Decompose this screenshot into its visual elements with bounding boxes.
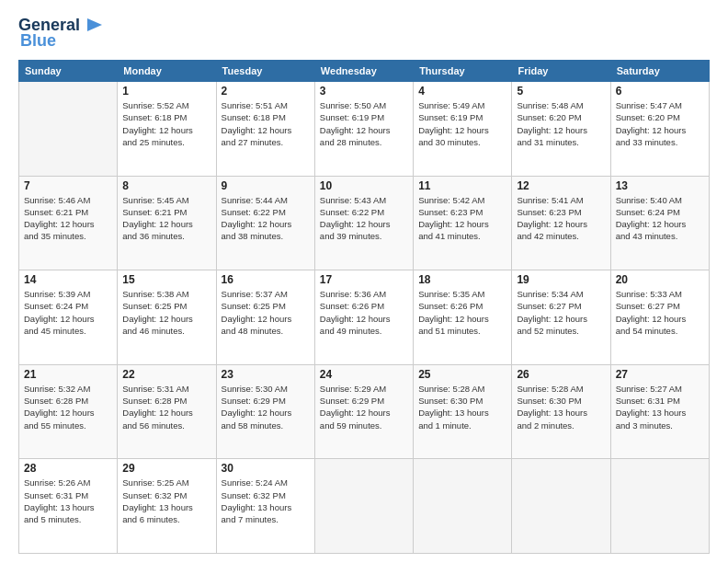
- day-info: Sunrise: 5:37 AMSunset: 6:25 PMDaylight:…: [222, 288, 310, 337]
- calendar-table: SundayMondayTuesdayWednesdayThursdayFrid…: [18, 60, 710, 554]
- weekday-header: Wednesday: [314, 61, 413, 82]
- day-number: 9: [222, 179, 310, 192]
- calendar-cell: 22Sunrise: 5:31 AMSunset: 6:28 PMDayligh…: [118, 364, 216, 459]
- day-number: 25: [418, 368, 506, 381]
- day-number: 5: [517, 85, 605, 98]
- calendar-cell: 14Sunrise: 5:39 AMSunset: 6:24 PMDayligh…: [19, 270, 118, 365]
- svg-marker-0: [87, 18, 102, 31]
- calendar-cell: 28Sunrise: 5:26 AMSunset: 6:31 PMDayligh…: [19, 459, 118, 554]
- calendar-cell: 18Sunrise: 5:35 AMSunset: 6:26 PMDayligh…: [414, 270, 512, 365]
- day-info: Sunrise: 5:49 AMSunset: 6:19 PMDaylight:…: [418, 99, 506, 148]
- calendar-cell: 21Sunrise: 5:32 AMSunset: 6:28 PMDayligh…: [19, 364, 118, 459]
- calendar-cell: 20Sunrise: 5:33 AMSunset: 6:27 PMDayligh…: [610, 270, 709, 365]
- weekday-header: Thursday: [414, 61, 512, 82]
- day-info: Sunrise: 5:28 AMSunset: 6:30 PMDaylight:…: [517, 383, 605, 431]
- calendar-cell: 6Sunrise: 5:47 AMSunset: 6:20 PMDaylight…: [610, 82, 709, 177]
- day-number: 7: [24, 179, 112, 192]
- day-info: Sunrise: 5:30 AMSunset: 6:29 PMDaylight:…: [222, 383, 310, 431]
- calendar-cell: [610, 459, 709, 554]
- day-info: Sunrise: 5:25 AMSunset: 6:32 PMDaylight:…: [122, 477, 210, 525]
- calendar-cell: 10Sunrise: 5:43 AMSunset: 6:22 PMDayligh…: [314, 176, 413, 270]
- day-info: Sunrise: 5:36 AMSunset: 6:26 PMDaylight:…: [320, 288, 408, 337]
- calendar-cell: 13Sunrise: 5:40 AMSunset: 6:24 PMDayligh…: [610, 176, 709, 270]
- calendar-cell: 7Sunrise: 5:46 AMSunset: 6:21 PMDaylight…: [19, 176, 118, 270]
- day-info: Sunrise: 5:29 AMSunset: 6:29 PMDaylight:…: [320, 383, 408, 431]
- calendar-cell: 2Sunrise: 5:51 AMSunset: 6:18 PMDaylight…: [216, 82, 314, 177]
- day-number: 14: [24, 273, 112, 286]
- day-number: 29: [122, 462, 210, 475]
- weekday-header: Friday: [512, 61, 610, 82]
- day-number: 30: [222, 462, 310, 475]
- day-info: Sunrise: 5:51 AMSunset: 6:18 PMDaylight:…: [222, 99, 310, 148]
- day-number: 26: [517, 368, 605, 381]
- day-info: Sunrise: 5:24 AMSunset: 6:32 PMDaylight:…: [222, 477, 310, 525]
- day-info: Sunrise: 5:38 AMSunset: 6:25 PMDaylight:…: [122, 288, 210, 337]
- day-number: 23: [222, 368, 310, 381]
- calendar-cell: 29Sunrise: 5:25 AMSunset: 6:32 PMDayligh…: [118, 459, 216, 554]
- weekday-header: Sunday: [19, 61, 118, 82]
- day-number: 22: [122, 368, 210, 381]
- calendar-cell: 27Sunrise: 5:27 AMSunset: 6:31 PMDayligh…: [610, 364, 709, 459]
- day-number: 1: [122, 85, 210, 98]
- calendar-cell: 11Sunrise: 5:42 AMSunset: 6:23 PMDayligh…: [414, 176, 512, 270]
- calendar-cell: 30Sunrise: 5:24 AMSunset: 6:32 PMDayligh…: [216, 459, 314, 554]
- day-number: 19: [517, 273, 605, 286]
- calendar-header-row: SundayMondayTuesdayWednesdayThursdayFrid…: [19, 61, 710, 82]
- day-info: Sunrise: 5:28 AMSunset: 6:30 PMDaylight:…: [418, 383, 506, 431]
- day-number: 3: [320, 85, 408, 98]
- day-number: 20: [616, 273, 704, 286]
- calendar-cell: 23Sunrise: 5:30 AMSunset: 6:29 PMDayligh…: [216, 364, 314, 459]
- day-info: Sunrise: 5:35 AMSunset: 6:26 PMDaylight:…: [418, 288, 506, 337]
- day-info: Sunrise: 5:43 AMSunset: 6:22 PMDaylight:…: [320, 194, 408, 243]
- day-number: 12: [517, 179, 605, 192]
- day-info: Sunrise: 5:41 AMSunset: 6:23 PMDaylight:…: [517, 194, 605, 243]
- weekday-header: Monday: [118, 61, 216, 82]
- day-info: Sunrise: 5:39 AMSunset: 6:24 PMDaylight:…: [24, 288, 112, 337]
- day-info: Sunrise: 5:26 AMSunset: 6:31 PMDaylight:…: [24, 477, 112, 525]
- day-number: 13: [616, 179, 704, 192]
- day-number: 18: [418, 273, 506, 286]
- day-number: 2: [222, 85, 310, 98]
- calendar-week-row: 1Sunrise: 5:52 AMSunset: 6:18 PMDaylight…: [19, 82, 710, 177]
- day-info: Sunrise: 5:27 AMSunset: 6:31 PMDaylight:…: [616, 383, 704, 431]
- calendar-cell: [414, 459, 512, 554]
- weekday-header: Saturday: [610, 61, 709, 82]
- calendar-cell: 16Sunrise: 5:37 AMSunset: 6:25 PMDayligh…: [216, 270, 314, 365]
- day-number: 15: [122, 273, 210, 286]
- day-number: 10: [320, 179, 408, 192]
- day-info: Sunrise: 5:47 AMSunset: 6:20 PMDaylight:…: [616, 99, 704, 148]
- calendar-cell: 19Sunrise: 5:34 AMSunset: 6:27 PMDayligh…: [512, 270, 610, 365]
- calendar-cell: 8Sunrise: 5:45 AMSunset: 6:21 PMDaylight…: [118, 176, 216, 270]
- calendar-week-row: 28Sunrise: 5:26 AMSunset: 6:31 PMDayligh…: [19, 459, 710, 554]
- day-number: 21: [24, 368, 112, 381]
- calendar-cell: 1Sunrise: 5:52 AMSunset: 6:18 PMDaylight…: [118, 82, 216, 177]
- day-info: Sunrise: 5:52 AMSunset: 6:18 PMDaylight:…: [122, 99, 210, 148]
- day-info: Sunrise: 5:31 AMSunset: 6:28 PMDaylight:…: [122, 383, 210, 431]
- day-number: 28: [24, 462, 112, 475]
- day-info: Sunrise: 5:33 AMSunset: 6:27 PMDaylight:…: [616, 288, 704, 337]
- day-info: Sunrise: 5:40 AMSunset: 6:24 PMDaylight:…: [616, 194, 704, 243]
- calendar-cell: [19, 82, 118, 177]
- calendar-cell: 4Sunrise: 5:49 AMSunset: 6:19 PMDaylight…: [414, 82, 512, 177]
- day-info: Sunrise: 5:42 AMSunset: 6:23 PMDaylight:…: [418, 194, 506, 243]
- day-info: Sunrise: 5:44 AMSunset: 6:22 PMDaylight:…: [222, 194, 310, 243]
- calendar-cell: 15Sunrise: 5:38 AMSunset: 6:25 PMDayligh…: [118, 270, 216, 365]
- day-number: 17: [320, 273, 408, 286]
- page-header: General Blue: [18, 17, 710, 51]
- day-info: Sunrise: 5:48 AMSunset: 6:20 PMDaylight:…: [517, 99, 605, 148]
- calendar-cell: 17Sunrise: 5:36 AMSunset: 6:26 PMDayligh…: [314, 270, 413, 365]
- calendar-cell: 26Sunrise: 5:28 AMSunset: 6:30 PMDayligh…: [512, 364, 610, 459]
- day-number: 24: [320, 368, 408, 381]
- calendar-week-row: 14Sunrise: 5:39 AMSunset: 6:24 PMDayligh…: [19, 270, 710, 365]
- day-info: Sunrise: 5:34 AMSunset: 6:27 PMDaylight:…: [517, 288, 605, 337]
- calendar-cell: 5Sunrise: 5:48 AMSunset: 6:20 PMDaylight…: [512, 82, 610, 177]
- day-number: 6: [616, 85, 704, 98]
- day-number: 4: [418, 85, 506, 98]
- day-number: 11: [418, 179, 506, 192]
- calendar-cell: 9Sunrise: 5:44 AMSunset: 6:22 PMDaylight…: [216, 176, 314, 270]
- calendar-cell: 25Sunrise: 5:28 AMSunset: 6:30 PMDayligh…: [414, 364, 512, 459]
- calendar-cell: [314, 459, 413, 554]
- calendar-cell: 12Sunrise: 5:41 AMSunset: 6:23 PMDayligh…: [512, 176, 610, 270]
- day-info: Sunrise: 5:46 AMSunset: 6:21 PMDaylight:…: [24, 194, 112, 243]
- day-info: Sunrise: 5:45 AMSunset: 6:21 PMDaylight:…: [122, 194, 210, 243]
